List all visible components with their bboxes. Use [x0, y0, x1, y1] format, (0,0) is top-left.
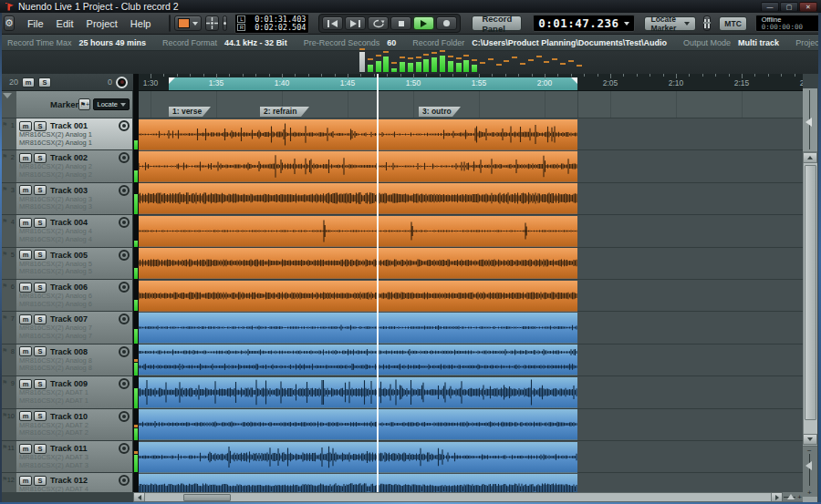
zoom-in-label[interactable]: +: [797, 493, 802, 501]
track-solo-button[interactable]: S: [34, 185, 47, 195]
track-lane[interactable]: [139, 215, 803, 247]
close-button[interactable]: ✕: [799, 2, 817, 12]
menu-help[interactable]: Help: [125, 16, 157, 31]
track-solo-button[interactable]: S: [34, 218, 47, 228]
horizontal-scroll-thumb[interactable]: [183, 494, 231, 501]
vertical-zoom-slider[interactable]: − +: [803, 446, 817, 497]
audio-clip[interactable]: [139, 377, 577, 408]
locate-mode-dropdown[interactable]: Locate: [93, 98, 130, 110]
info-value[interactable]: 44.1 kHz - 32 Bit: [224, 38, 287, 47]
track-solo-button[interactable]: S: [34, 444, 47, 454]
track-mute-button[interactable]: m: [19, 153, 32, 163]
scrub-tool-button[interactable]: [205, 15, 219, 31]
track-header[interactable]: mSTrack 002MR816CSX(2) Analog 2MR816CSX(…: [16, 150, 133, 182]
right-locator-time[interactable]: 0:02:02.504: [249, 24, 306, 32]
track-lane[interactable]: [139, 473, 803, 492]
track-solo-button[interactable]: S: [34, 283, 47, 293]
global-solo-button[interactable]: S: [38, 77, 51, 87]
track-header[interactable]: mSTrack 012MR816CSX(2) ADAT 4MR816CSX(2)…: [16, 473, 133, 492]
track-lane[interactable]: [139, 280, 803, 312]
horizontal-scrollbar[interactable]: [133, 492, 783, 502]
track-record-enable-button[interactable]: [119, 217, 130, 228]
locate-marker-dropdown[interactable]: Locate Marker: [644, 16, 696, 31]
zoom-in-label[interactable]: +: [807, 489, 812, 497]
track-record-enable-button[interactable]: [119, 185, 130, 196]
global-record-button[interactable]: [116, 77, 128, 88]
track-record-enable-button[interactable]: [119, 378, 130, 389]
track-header[interactable]: mSTrack 004MR816CSX(2) Analog 4MR816CSX(…: [16, 215, 133, 247]
track-header[interactable]: mSTrack 005MR816CSX(2) Analog 5MR816CSX(…: [16, 248, 133, 280]
zoom-thumb[interactable]: [805, 118, 812, 127]
cycle-button[interactable]: [368, 16, 389, 30]
track-record-enable-button[interactable]: [119, 250, 130, 261]
track-mute-button[interactable]: m: [19, 444, 32, 454]
info-value[interactable]: 60: [387, 38, 396, 47]
settings-gear-button[interactable]: ⚙: [4, 15, 15, 31]
track-solo-button[interactable]: S: [34, 379, 47, 389]
chevron-down-icon[interactable]: [624, 22, 629, 26]
track-lane[interactable]: [139, 409, 803, 441]
track-mute-button[interactable]: m: [19, 476, 32, 486]
scroll-up-button[interactable]: [803, 152, 817, 163]
marker-track-header[interactable]: Marker ⚑+ Locate: [16, 91, 133, 118]
track-record-enable-button[interactable]: [119, 314, 130, 324]
info-value[interactable]: 25 hours 49 mins: [79, 38, 147, 47]
track-solo-button[interactable]: S: [34, 346, 47, 356]
record-button[interactable]: [436, 16, 457, 30]
marker-flag[interactable]: 1: verse: [169, 107, 211, 117]
track-lane[interactable]: [139, 150, 803, 182]
timeline-ruler[interactable]: 1:301:351:401:451:501:552:002:052:102:15…: [139, 74, 803, 91]
menu-file[interactable]: File: [22, 16, 49, 31]
track-lane[interactable]: [139, 248, 803, 280]
track-mute-button[interactable]: m: [19, 314, 32, 324]
track-header[interactable]: mSTrack 008MR816CSX(2) Analog 8MR816CSX(…: [16, 345, 133, 376]
track-record-enable-button[interactable]: [119, 120, 130, 131]
audio-clip[interactable]: [139, 119, 577, 150]
locator-display[interactable]: L R 0:01:31.403 0:02:02.504: [234, 14, 309, 34]
scroll-left-button[interactable]: [134, 493, 145, 501]
mtc-sync-button[interactable]: MTC: [719, 16, 746, 31]
track-header[interactable]: mSTrack 006MR816CSX(2) Analog 6MR816CSX(…: [16, 280, 133, 312]
scroll-right-button[interactable]: [771, 493, 782, 501]
track-record-enable-button[interactable]: [119, 152, 130, 163]
zoom-thumb[interactable]: [805, 461, 812, 470]
track-record-enable-button[interactable]: [119, 282, 130, 293]
minimize-button[interactable]: —: [761, 2, 779, 12]
track-mute-button[interactable]: m: [19, 250, 32, 260]
vertical-scroll-thumb[interactable]: [805, 165, 816, 420]
go-previous-marker-button[interactable]: [322, 16, 343, 30]
vertical-scrollbar[interactable]: [803, 163, 817, 434]
track-mute-button[interactable]: m: [19, 411, 32, 421]
cycle-start-handle[interactable]: [169, 77, 175, 84]
marker-lane[interactable]: 1: verse2: refrain3: outro: [139, 91, 803, 118]
track-mute-button[interactable]: m: [19, 218, 32, 228]
marker-flag[interactable]: 2: refrain: [260, 107, 309, 117]
track-lane[interactable]: [139, 312, 803, 344]
track-record-enable-button[interactable]: [119, 346, 130, 357]
track-record-enable-button[interactable]: [119, 475, 130, 486]
menu-project[interactable]: Project: [81, 16, 123, 31]
playhead-cursor[interactable]: [377, 74, 379, 492]
audio-clip[interactable]: [139, 409, 577, 440]
go-next-marker-button[interactable]: [345, 16, 366, 30]
track-solo-button[interactable]: S: [34, 411, 47, 421]
track-lane[interactable]: [139, 376, 803, 408]
audio-clip[interactable]: [139, 474, 577, 492]
track-mute-button[interactable]: m: [19, 283, 32, 293]
track-mute-button[interactable]: m: [19, 346, 32, 356]
track-header[interactable]: mSTrack 003MR816CSX(2) Analog 3MR816CSX(…: [16, 183, 133, 215]
collapse-handle-icon[interactable]: [3, 93, 12, 98]
add-marker-button[interactable]: ⚑+: [78, 98, 90, 110]
track-record-enable-button[interactable]: [119, 443, 130, 454]
audio-clip[interactable]: [139, 281, 577, 312]
play-button[interactable]: [413, 16, 434, 30]
audio-clip[interactable]: [139, 183, 577, 214]
audio-clip[interactable]: [139, 345, 577, 375]
stop-button[interactable]: [390, 16, 411, 30]
audio-clip[interactable]: [139, 151, 577, 182]
cycle-region[interactable]: [169, 77, 577, 90]
maximize-button[interactable]: ▢: [780, 2, 798, 12]
audio-clip[interactable]: [139, 248, 577, 279]
track-mute-button[interactable]: m: [19, 185, 32, 195]
track-solo-button[interactable]: S: [34, 314, 47, 324]
